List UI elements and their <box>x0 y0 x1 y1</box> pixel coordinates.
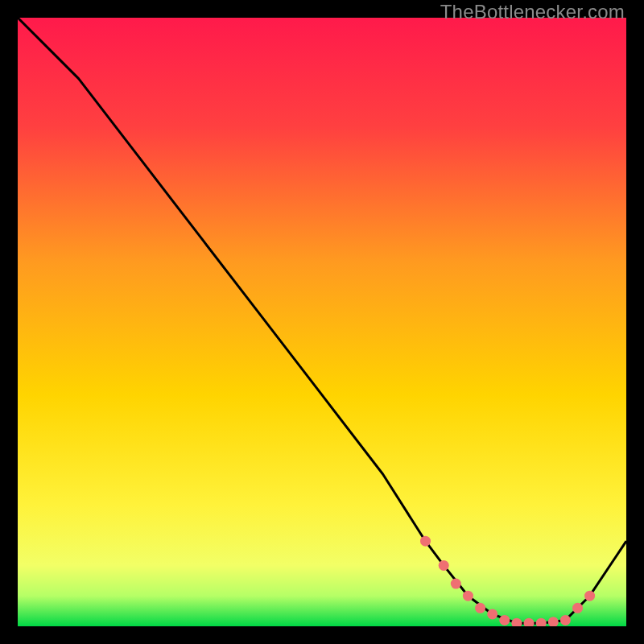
gradient-background <box>18 18 626 626</box>
curve-marker <box>463 591 473 601</box>
curve-marker <box>475 603 485 613</box>
curve-marker <box>487 609 497 619</box>
chart-frame <box>18 18 626 626</box>
bottleneck-chart <box>18 18 626 626</box>
curve-marker <box>420 536 431 547</box>
curve-marker <box>499 615 510 625</box>
watermark-text: TheBottlenecker.com <box>18 0 626 23</box>
curve-marker <box>451 579 461 589</box>
curve-marker <box>584 591 595 601</box>
curve-marker <box>439 560 449 571</box>
curve-marker <box>572 603 583 613</box>
curve-marker <box>560 615 571 625</box>
